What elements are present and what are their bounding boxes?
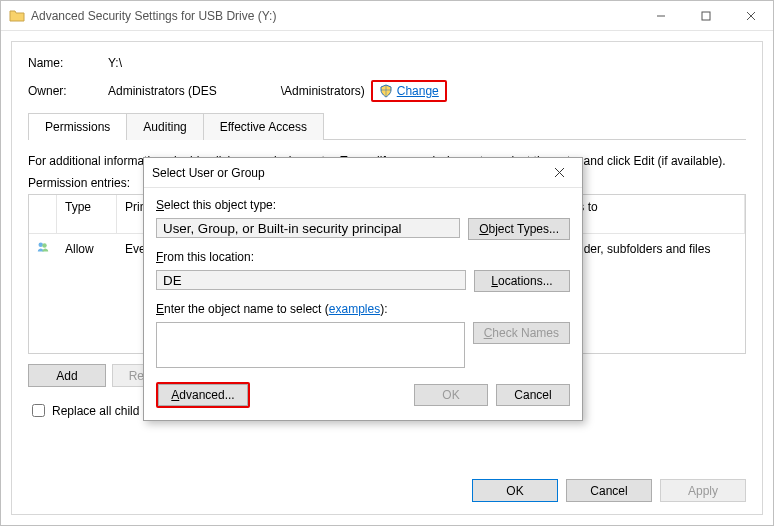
apply-button[interactable]: Apply — [660, 479, 746, 502]
close-button[interactable] — [728, 1, 773, 30]
location-label: From this location: — [156, 250, 570, 264]
change-owner-link[interactable]: Change — [397, 84, 439, 98]
check-names-button[interactable]: Check Names — [473, 322, 570, 344]
users-icon — [37, 242, 49, 256]
folder-icon — [9, 8, 25, 24]
dialog-title: Select User or Group — [152, 166, 544, 180]
minimize-button[interactable] — [638, 1, 683, 30]
svg-point-4 — [39, 243, 44, 248]
tab-auditing[interactable]: Auditing — [126, 113, 203, 140]
advanced-button[interactable]: Advanced... — [158, 384, 248, 406]
replace-checkbox[interactable] — [32, 404, 45, 417]
locations-button[interactable]: Locations... — [474, 270, 570, 292]
shield-icon — [379, 84, 393, 98]
owner-value-prefix: Administrators (DES — [108, 84, 217, 98]
object-types-button[interactable]: Object Types... — [468, 218, 570, 240]
col-type[interactable]: Type — [57, 195, 117, 233]
titlebar: Advanced Security Settings for USB Drive… — [1, 1, 773, 31]
dialog-cancel-button[interactable]: Cancel — [496, 384, 570, 406]
select-user-dialog: Select User or Group Select this object … — [143, 157, 583, 421]
dialog-ok-button[interactable]: OK — [414, 384, 488, 406]
object-type-label: Select this object type: — [156, 198, 570, 212]
add-button[interactable]: Add — [28, 364, 106, 387]
maximize-button[interactable] — [683, 1, 728, 30]
svg-point-5 — [42, 243, 47, 248]
tab-effective-access[interactable]: Effective Access — [203, 113, 324, 140]
owner-label: Owner: — [28, 84, 108, 98]
cell-type: Allow — [57, 239, 117, 259]
main-window: Advanced Security Settings for USB Drive… — [0, 0, 774, 526]
examples-link[interactable]: examples — [329, 302, 380, 316]
window-title: Advanced Security Settings for USB Drive… — [31, 9, 638, 23]
object-name-label: Enter the object name to select (example… — [156, 302, 570, 316]
svg-rect-1 — [702, 12, 710, 20]
owner-value-suffix: \Administrators) — [281, 84, 365, 98]
name-label: Name: — [28, 56, 108, 70]
change-owner-highlight: Change — [371, 80, 447, 102]
owner-redacted — [223, 85, 275, 97]
advanced-highlight: Advanced... — [156, 382, 250, 408]
tabstrip: Permissions Auditing Effective Access — [28, 112, 746, 140]
name-value: Y:\ — [108, 56, 122, 70]
object-name-input[interactable] — [156, 322, 465, 368]
dialog-close-button[interactable] — [544, 165, 574, 181]
ok-button[interactable]: OK — [472, 479, 558, 502]
object-type-input[interactable] — [156, 218, 460, 238]
cancel-button[interactable]: Cancel — [566, 479, 652, 502]
tab-permissions[interactable]: Permissions — [28, 113, 127, 140]
location-input[interactable] — [156, 270, 466, 290]
